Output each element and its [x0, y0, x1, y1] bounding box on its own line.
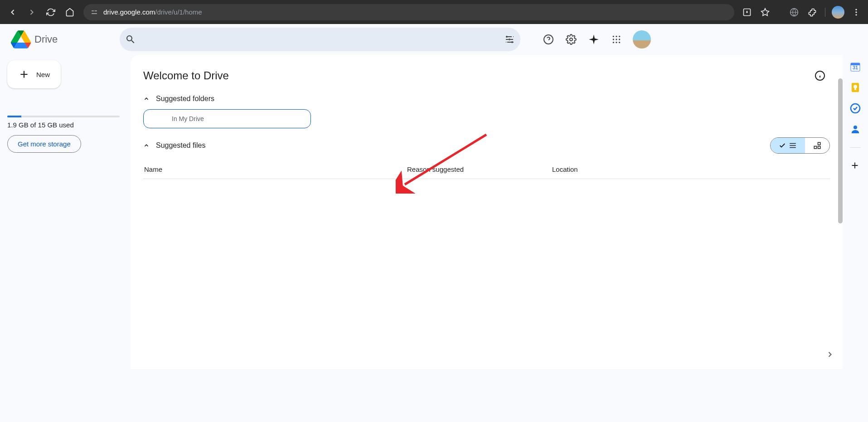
bookmark-icon[interactable]	[758, 5, 772, 19]
folder-card[interactable]: In My Drive	[143, 109, 311, 128]
page-title: Welcome to Drive	[143, 69, 229, 82]
divider	[825, 8, 825, 17]
keep-icon[interactable]	[850, 82, 861, 93]
new-button[interactable]: New	[7, 60, 61, 88]
column-location: Location	[552, 165, 830, 173]
chevron-up-icon	[143, 142, 150, 149]
url-text: drive.google.com/drive/u/1/home	[103, 8, 202, 16]
logo-area[interactable]: Drive	[7, 29, 120, 49]
globe-icon[interactable]	[787, 5, 801, 19]
svg-point-35	[853, 126, 857, 129]
tasks-icon[interactable]	[850, 103, 861, 114]
drive-logo-icon	[11, 29, 31, 49]
apps-icon[interactable]	[606, 29, 626, 49]
svg-point-9	[506, 36, 508, 38]
search-options-icon[interactable]	[504, 34, 515, 45]
site-info-icon[interactable]	[91, 9, 98, 16]
svg-point-6	[855, 9, 857, 10]
install-app-icon[interactable]	[740, 5, 754, 19]
svg-rect-2	[92, 13, 97, 14]
svg-point-17	[613, 39, 614, 40]
svg-rect-26	[818, 146, 820, 149]
svg-point-8	[855, 14, 857, 15]
profile-avatar[interactable]	[831, 5, 845, 19]
svg-point-10	[509, 39, 510, 40]
svg-rect-25	[814, 146, 816, 149]
search-input[interactable]	[140, 35, 500, 44]
svg-rect-1	[95, 10, 97, 11]
suggested-files-header[interactable]: Suggested files	[143, 141, 205, 150]
app-header: Drive	[0, 24, 868, 55]
reload-button[interactable]	[43, 4, 59, 20]
scrollbar[interactable]	[838, 78, 843, 223]
svg-rect-33	[854, 88, 856, 90]
plus-icon	[18, 68, 30, 80]
check-icon	[779, 142, 786, 149]
search-bar[interactable]	[120, 28, 520, 51]
folder-location: In My Drive	[172, 115, 204, 122]
side-panel: 31	[843, 55, 868, 369]
svg-rect-0	[92, 10, 94, 11]
info-icon[interactable]	[810, 66, 830, 86]
forward-button[interactable]	[24, 4, 40, 20]
svg-point-13	[570, 38, 572, 41]
svg-point-11	[511, 41, 513, 43]
back-button[interactable]	[5, 4, 21, 20]
settings-icon[interactable]	[561, 29, 581, 49]
account-avatar[interactable]	[633, 30, 651, 49]
next-page-icon[interactable]	[825, 350, 834, 361]
svg-point-21	[616, 42, 617, 43]
svg-point-15	[616, 36, 617, 37]
column-reason: Reason suggested	[407, 165, 552, 173]
svg-point-20	[613, 42, 614, 43]
svg-point-18	[616, 39, 617, 40]
main-content: Welcome to Drive Suggested folders In My…	[131, 55, 843, 369]
search-icon	[125, 34, 136, 45]
browser-chrome: drive.google.com/drive/u/1/home	[0, 0, 868, 24]
view-toggle	[770, 137, 830, 154]
svg-rect-24	[818, 142, 820, 145]
svg-point-22	[619, 42, 620, 43]
column-name: Name	[143, 165, 407, 173]
suggested-folders-header[interactable]: Suggested folders	[143, 95, 830, 103]
add-panel-icon[interactable]	[850, 160, 861, 171]
list-view-button[interactable]	[771, 138, 805, 153]
grid-icon	[813, 141, 821, 150]
calendar-icon[interactable]: 31	[850, 61, 861, 72]
divider	[850, 147, 861, 148]
table-header: Name Reason suggested Location	[143, 160, 830, 179]
get-storage-button[interactable]: Get more storage	[7, 135, 81, 153]
gemini-icon[interactable]	[584, 29, 604, 49]
browser-menu-icon[interactable]	[849, 5, 863, 19]
storage-bar	[7, 116, 120, 117]
new-button-label: New	[36, 71, 50, 78]
svg-point-32	[853, 85, 857, 88]
grid-view-button[interactable]	[805, 138, 829, 153]
svg-point-7	[855, 11, 857, 13]
svg-point-19	[619, 39, 620, 40]
support-icon[interactable]	[538, 29, 558, 49]
svg-point-16	[619, 36, 620, 37]
list-icon	[789, 141, 797, 150]
url-bar[interactable]: drive.google.com/drive/u/1/home	[83, 4, 734, 20]
home-button[interactable]	[62, 4, 78, 20]
sidebar: New 1.9 GB of 15 GB used Get more storag…	[0, 55, 127, 369]
svg-point-14	[613, 36, 614, 37]
chevron-up-icon	[143, 96, 150, 102]
contacts-icon[interactable]	[850, 124, 861, 135]
extensions-icon[interactable]	[805, 5, 820, 19]
svg-text:31: 31	[853, 65, 858, 70]
svg-marker-4	[761, 8, 769, 15]
storage-text: 1.9 GB of 15 GB used	[7, 121, 120, 129]
app-name: Drive	[34, 34, 58, 45]
